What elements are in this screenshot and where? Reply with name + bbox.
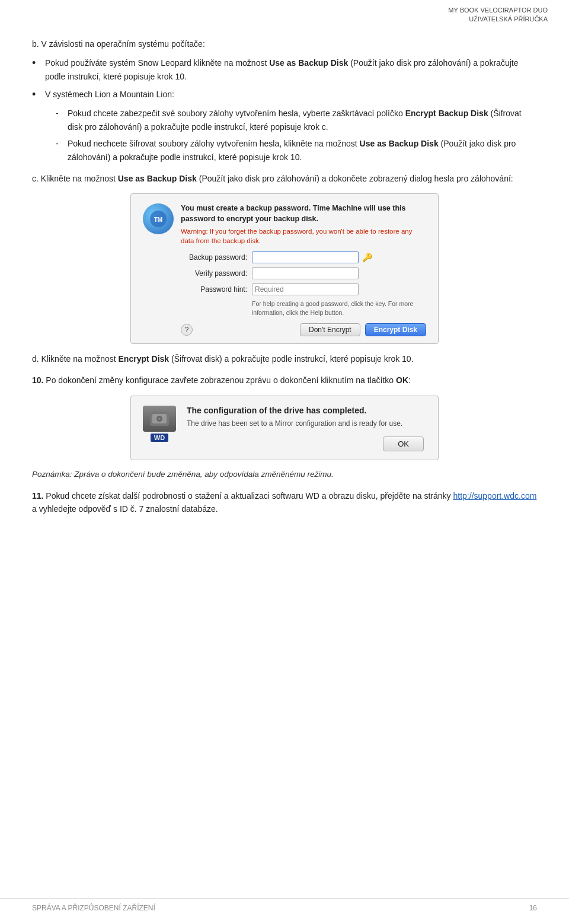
wd-logo-box: WD [140, 406, 178, 442]
wd-drive-icon [143, 406, 176, 432]
wd-label: WD [151, 434, 168, 442]
password-hint-row: Password hint: [181, 283, 426, 295]
page-header: MY BOOK VELOCIRAPTOR DUO UŽIVATELSKÁ PŘÍ… [0, 0, 569, 27]
bullet-dot-1: • [32, 56, 45, 70]
item-d: d. Klikněte na možnost Encrypt Disk (Šif… [32, 352, 537, 365]
footer-right: 16 [529, 904, 537, 912]
svg-point-5 [158, 418, 161, 420]
dialog-help-button[interactable]: ? [181, 324, 193, 336]
bullet-lion-intro: • V systémech Lion a Mountain Lion: - Po… [32, 88, 537, 167]
config-ok-row: OK [187, 436, 424, 451]
config-sub: The drive has been set to a Mirror confi… [187, 419, 424, 429]
svg-text:TM: TM [154, 216, 162, 223]
sub-bullet-no-encrypt: - Pokud nechcete šifrovat soubory zálohy… [56, 137, 537, 164]
section-11-text: 11. Pokud chcete získat další podrobnost… [32, 489, 537, 516]
dialog-inner: TM You must create a backup password. Ti… [143, 203, 426, 336]
dialog-help-text: For help creating a good password, click… [252, 299, 426, 317]
dialog-screenshot-1: TM You must create a backup password. Ti… [130, 193, 439, 344]
backup-password-label: Backup password: [181, 253, 252, 262]
header-line2: UŽIVATELSKÁ PŘÍRUČKA [21, 15, 548, 24]
lion-block: V systémech Lion a Mountain Lion: - Poku… [45, 88, 537, 167]
encrypt-disk-button[interactable]: Encrypt Disk [365, 323, 426, 336]
page-content: b. V závislosti na operačním systému poč… [0, 27, 569, 557]
dont-encrypt-button[interactable]: Don't Encrypt [300, 323, 360, 336]
config-title: The configuration of the drive has compl… [187, 406, 424, 415]
bullet-snow-leopard: • Pokud používáte systém Snow Leopard kl… [32, 56, 537, 83]
password-hint-label: Password hint: [181, 285, 252, 294]
item-c-text: c. Klikněte na možnost Use as Backup Dis… [32, 172, 513, 185]
page-footer: SPRÁVA A PŘIZPŮSOBENÍ ZAŘÍZENÍ 16 [0, 898, 569, 912]
item-d-text: d. Klikněte na možnost Encrypt Disk (Šif… [32, 352, 414, 365]
sub-bullet-encrypt-text: Pokud chcete zabezpečit své soubory zálo… [68, 107, 537, 133]
ok-button[interactable]: OK [383, 436, 424, 451]
dialog-title: You must create a backup password. Time … [181, 203, 426, 224]
password-hint-input[interactable] [252, 283, 359, 295]
section-10-item: 10. Po dokončení změny konfigurace zavře… [32, 374, 537, 387]
config-text-area: The configuration of the drive has compl… [187, 406, 424, 452]
verify-password-row: Verify password: [181, 267, 426, 279]
tm-icon-area: TM [143, 203, 174, 237]
sub-bullet-encrypt: - Pokud chcete zabezpečit své soubory zá… [56, 107, 537, 133]
section-b-intro: b. V závislosti na operačním systému poč… [32, 37, 537, 50]
dialog-screenshot-2: WD The configuration of the drive has co… [130, 396, 439, 461]
backup-password-row: Backup password: 🔑 [181, 251, 426, 263]
footer-left: SPRÁVA A PŘIZPŮSOBENÍ ZAŘÍZENÍ [32, 904, 155, 912]
section-11-item: 11. Pokud chcete získat další podrobnost… [32, 489, 537, 516]
dash-1: - [56, 107, 68, 120]
header-line1: MY BOOK VELOCIRAPTOR DUO [21, 6, 548, 15]
bullet-dot-2: • [32, 88, 45, 101]
support-link[interactable]: http://support.wdc.com [453, 491, 537, 501]
tm-circle-icon: TM [143, 203, 174, 234]
dialog-form: You must create a backup password. Time … [181, 203, 426, 336]
note: Poznámka: Zpráva o dokončení bude změněn… [32, 469, 537, 480]
lion-intro-text: V systémech Lion a Mountain Lion: [45, 88, 537, 101]
section-11: 11. Pokud chcete získat další podrobnost… [32, 489, 537, 516]
dialog-warning: Warning: If you forget the backup passwo… [181, 227, 426, 246]
backup-password-input[interactable] [252, 251, 359, 263]
section-10-text: 10. Po dokončení změny konfigurace zavře… [32, 374, 411, 387]
sub-bullet-no-encrypt-text: Pokud nechcete šifrovat soubory zálohy v… [68, 137, 537, 164]
verify-password-input[interactable] [252, 267, 359, 279]
section-b: b. V závislosti na operačním systému poč… [32, 37, 537, 365]
dialog-buttons: ? Don't Encrypt Encrypt Disk [181, 323, 426, 336]
lock-icon: 🔑 [362, 253, 372, 262]
section-10: 10. Po dokončení změny konfigurace zavře… [32, 374, 537, 480]
item-c: c. Klikněte na možnost Use as Backup Dis… [32, 172, 537, 185]
verify-password-label: Verify password: [181, 269, 252, 278]
bullet-snow-leopard-text: Pokud používáte systém Snow Leopard klik… [45, 56, 537, 83]
dash-2: - [56, 137, 68, 150]
